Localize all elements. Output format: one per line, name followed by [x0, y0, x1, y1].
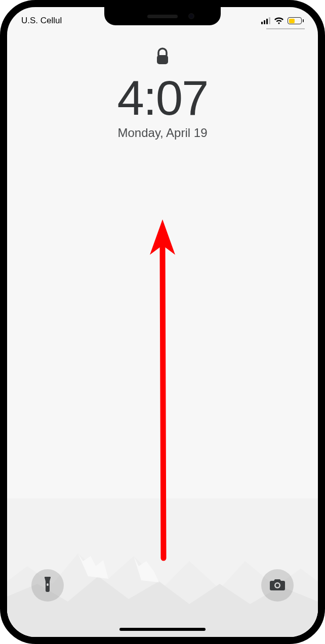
- status-right: [261, 17, 304, 25]
- carrier-label: U.S. Cellul: [21, 16, 97, 26]
- svg-rect-1: [47, 583, 49, 586]
- lock-screen[interactable]: U.S. Cellul: [7, 7, 318, 637]
- swipe-up-arrow-annotation: [145, 219, 180, 573]
- cellular-signal-icon: [261, 17, 270, 24]
- flashlight-icon: [41, 576, 54, 594]
- svg-point-4: [276, 584, 279, 587]
- flashlight-button[interactable]: [31, 569, 64, 602]
- front-camera: [188, 13, 194, 19]
- earpiece-speaker: [147, 15, 178, 18]
- clock-date: Monday, April 19: [7, 126, 318, 140]
- clock-time: 4:07: [7, 73, 318, 124]
- notch: [104, 7, 221, 25]
- svg-rect-2: [45, 577, 51, 578]
- low-power-mode-underline: [266, 28, 305, 29]
- wifi-icon: [274, 17, 284, 25]
- iphone-frame: U.S. Cellul: [0, 0, 325, 644]
- home-indicator[interactable]: [119, 628, 206, 631]
- camera-icon: [269, 578, 286, 593]
- battery-icon: [288, 17, 304, 24]
- camera-button[interactable]: [261, 569, 294, 602]
- svg-rect-0: [157, 55, 168, 64]
- lock-icon: [7, 48, 318, 68]
